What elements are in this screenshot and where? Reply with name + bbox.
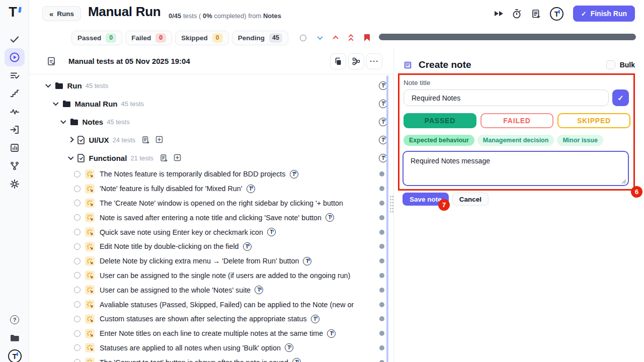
test-row[interactable]: The 'Convert to test' button is shown af… bbox=[29, 355, 393, 362]
tree-node-uiux[interactable]: UI/UX 24 tests T bbox=[29, 131, 393, 149]
add-test-icon[interactable] bbox=[174, 154, 181, 162]
test-title[interactable]: Avaliable statuses (Passed, Skipped, Fai… bbox=[100, 301, 354, 309]
testomat-badge-icon[interactable]: T bbox=[327, 329, 336, 338]
testomat-badge-icon[interactable]: T bbox=[326, 213, 334, 222]
chevron-down-icon[interactable] bbox=[68, 154, 73, 160]
test-title[interactable]: Delete Note by clicking extra menu → 'De… bbox=[100, 257, 299, 265]
tree-node-label[interactable]: Functional bbox=[89, 154, 127, 162]
failed-status-button[interactable]: FAILED bbox=[480, 113, 553, 128]
test-status-circle-icon[interactable] bbox=[74, 200, 80, 206]
finish-run-button[interactable]: ✓ Finish Run bbox=[573, 6, 635, 22]
sidebar-item-check[interactable] bbox=[5, 30, 25, 48]
test-title[interactable]: The Notes feature is temporarily disable… bbox=[100, 170, 286, 178]
test-row[interactable]: The 'Create Note' window is opened on th… bbox=[29, 196, 393, 211]
test-row[interactable]: 'Note' feature is fully disabled for 'Mi… bbox=[29, 182, 393, 196]
testomat-badge-icon[interactable]: T bbox=[255, 286, 263, 294]
passed-status-button[interactable]: PASSED bbox=[404, 113, 476, 128]
test-status-circle-icon[interactable] bbox=[74, 229, 80, 235]
testomat-badge-icon[interactable]: T bbox=[290, 170, 298, 178]
profile-logo-icon[interactable]: T bbox=[5, 347, 25, 362]
note-message-textarea[interactable]: Required Notes message bbox=[403, 151, 629, 186]
circle-status-icon[interactable] bbox=[300, 35, 306, 41]
copy-icon[interactable] bbox=[330, 53, 346, 69]
skipped-status-button[interactable]: SKIPPED bbox=[557, 113, 630, 128]
test-row[interactable]: Avaliable statuses (Passed, Skipped, Fai… bbox=[29, 297, 393, 312]
help-icon[interactable]: ? bbox=[5, 311, 25, 329]
test-row[interactable]: User can be assigned to the single note … bbox=[29, 268, 393, 283]
panel-resize-handle[interactable] bbox=[389, 195, 394, 214]
stopwatch-icon[interactable] bbox=[512, 9, 522, 19]
chevron-up-icon[interactable] bbox=[333, 36, 338, 41]
test-status-circle-icon[interactable] bbox=[74, 301, 80, 308]
testomat-logo[interactable]: T bbox=[0, 4, 29, 20]
test-status-circle-icon[interactable] bbox=[74, 287, 80, 293]
quick-save-check-button[interactable]: ✓ bbox=[612, 89, 629, 106]
test-status-circle-icon[interactable] bbox=[74, 258, 80, 264]
bulk-checkbox[interactable] bbox=[606, 60, 615, 69]
test-title[interactable]: Quick save note using Enter key or check… bbox=[100, 228, 263, 236]
add-note-icon[interactable] bbox=[531, 9, 541, 19]
test-row[interactable]: The Notes feature is temporarily disable… bbox=[29, 167, 393, 182]
fast-forward-icon[interactable] bbox=[495, 11, 503, 16]
sidebar-item-settings[interactable] bbox=[5, 175, 25, 193]
test-row[interactable]: User can be assigned to the whole 'Notes… bbox=[29, 283, 393, 297]
note-title-input[interactable] bbox=[404, 89, 609, 106]
test-title[interactable]: Enter Note titles on each line to create… bbox=[100, 329, 323, 337]
back-to-runs-button[interactable]: « Runs bbox=[42, 6, 81, 21]
test-title[interactable]: Custom statuses are shown after selectin… bbox=[100, 315, 307, 323]
tree-node-functional[interactable]: Functional 21 tests T bbox=[29, 149, 393, 167]
tree-structure-icon[interactable] bbox=[348, 53, 364, 69]
sidebar-item-test-cases[interactable] bbox=[5, 66, 25, 84]
double-chevron-up-icon[interactable] bbox=[349, 34, 353, 41]
test-status-circle-icon[interactable] bbox=[74, 186, 80, 192]
textarea-resize-grip[interactable] bbox=[621, 179, 626, 184]
test-title[interactable]: The 'Convert to test' button is shown af… bbox=[100, 358, 288, 362]
sidebar-item-import[interactable] bbox=[5, 121, 25, 139]
chevron-down-icon[interactable] bbox=[53, 100, 58, 106]
add-test-icon[interactable] bbox=[155, 136, 163, 144]
test-title[interactable]: User can be assigned to the whole 'Notes… bbox=[100, 286, 251, 294]
bookmark-icon[interactable] bbox=[364, 34, 370, 41]
chevron-right-icon[interactable] bbox=[68, 137, 73, 143]
tree-node-manual-run[interactable]: Manual Run 45 tests T bbox=[29, 95, 393, 113]
testomat-badge-icon[interactable]: T bbox=[247, 185, 255, 193]
testomat-badge-icon[interactable]: T bbox=[311, 315, 319, 323]
test-title[interactable]: The 'Create Note' window is opened on th… bbox=[100, 199, 343, 207]
chevron-down-icon[interactable] bbox=[317, 34, 323, 40]
tag-management-decision[interactable]: Management decision bbox=[477, 135, 554, 146]
clipboard-check-icon[interactable] bbox=[47, 56, 56, 66]
test-status-circle-icon[interactable] bbox=[74, 272, 80, 279]
tree-node-label[interactable]: Run bbox=[67, 81, 82, 90]
tree-node-label[interactable]: UI/UX bbox=[89, 136, 109, 144]
test-title[interactable]: 'Note' feature is fully disabled for 'Mi… bbox=[100, 185, 243, 193]
test-status-circle-icon[interactable] bbox=[74, 171, 80, 177]
test-status-circle-icon[interactable] bbox=[74, 359, 80, 362]
test-row[interactable]: Note is saved after entering a note titl… bbox=[29, 210, 393, 225]
testomat-badge-icon[interactable]: T bbox=[243, 242, 252, 251]
test-status-circle-icon[interactable] bbox=[74, 316, 80, 322]
run-title[interactable]: Manual tests at 05 Nov 2025 19:04 bbox=[68, 57, 190, 65]
test-status-circle-icon[interactable] bbox=[74, 330, 80, 337]
test-status-circle-icon[interactable] bbox=[74, 243, 80, 250]
test-title[interactable]: Edit Note title by double-clicking on th… bbox=[100, 242, 239, 250]
cancel-button[interactable]: Cancel bbox=[452, 193, 489, 206]
sidebar-item-steps[interactable] bbox=[5, 84, 25, 103]
filter-skipped-button[interactable]: Skipped0 bbox=[175, 31, 229, 45]
sidebar-item-branches[interactable] bbox=[5, 157, 25, 175]
test-row[interactable]: Statuses are applied to all notes when u… bbox=[29, 341, 393, 355]
tag-expected-behaviour[interactable]: Expected behaviour bbox=[404, 135, 474, 146]
test-row[interactable]: Quick save note using Enter key or check… bbox=[29, 225, 393, 239]
testomat-badge-icon[interactable]: T bbox=[267, 228, 276, 236]
projects-folder-icon[interactable] bbox=[5, 329, 25, 347]
bulk-toggle[interactable]: Bulk bbox=[606, 60, 635, 69]
test-row[interactable]: Edit Note title by double-clicking on th… bbox=[29, 239, 393, 254]
test-title[interactable]: Statuses are applied to all notes when u… bbox=[100, 344, 281, 352]
sidebar-item-analytics[interactable] bbox=[5, 139, 25, 157]
profile-badge-icon[interactable]: T bbox=[550, 7, 564, 21]
test-row[interactable]: Delete Note by clicking extra menu → 'De… bbox=[29, 254, 393, 268]
test-row[interactable]: Enter Note titles on each line to create… bbox=[29, 326, 393, 341]
filter-passed-button[interactable]: Passed0 bbox=[71, 31, 122, 45]
sidebar-item-activity[interactable] bbox=[5, 103, 25, 121]
filter-failed-button[interactable]: Failed0 bbox=[125, 31, 172, 45]
testomat-badge-icon[interactable]: T bbox=[303, 257, 311, 265]
